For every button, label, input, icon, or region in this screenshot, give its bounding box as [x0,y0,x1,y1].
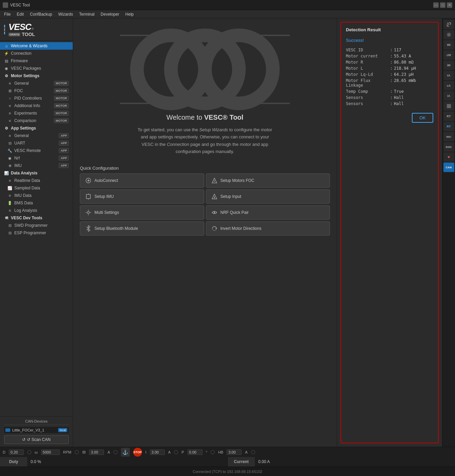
right-icon-heart[interactable]: ♥ [443,152,454,162]
bms-data-icon: 🔋 [7,201,12,205]
invert-motor-button[interactable]: Invert Motor Directions [206,221,330,236]
sidebar-item-esp[interactable]: ⊟ ESP Programmer [0,229,73,237]
sidebar-item-general-motor[interactable]: ≡ General MOTOR [0,80,73,87]
setup-motors-foc-button[interactable]: Setup Motors FOC [206,173,330,188]
duty-status: Duty 0.0 % [0,457,228,466]
d-input[interactable] [9,449,24,455]
sidebar-item-realtime-data[interactable]: ≡ Realtime Data [0,177,73,184]
setup-imu-label: Setup IMU [94,194,114,199]
sidebar-item-connection[interactable]: ⚡ Connection [0,50,73,57]
i-circle[interactable] [174,450,178,454]
autoconnect-button[interactable]: AutoConnect [80,173,204,188]
right-icon-rt2[interactable]: RT [443,122,454,131]
right-icon-iM[interactable]: iM [443,61,454,70]
detection-key-sensors2: Sensors [346,101,390,106]
detection-row-sensors: Sensors : Hall [346,95,433,100]
right-icon-cA[interactable]: cA [443,81,454,90]
sidebar-header-data-analysis[interactable]: 📊 Data Analysis [0,169,73,177]
right-icon-tM[interactable]: tM [443,40,454,50]
right-icon-connect[interactable] [443,20,454,29]
detection-val-motor-lqld: 64.23 μH [394,72,414,77]
sidebar-item-nrf[interactable]: ◉ Nrf APP [0,154,73,162]
rpm-input[interactable] [41,449,60,455]
hb-input[interactable] [227,449,242,455]
sidebar-item-pid[interactable]: ○ PID Controllers MOTOR [0,95,73,102]
sidebar-item-experiments[interactable]: ≡ Experiments MOTOR [0,109,73,117]
imu-badge: APP [59,163,69,168]
rpm-circle[interactable] [75,450,79,454]
current-value: 0.00 A [255,457,455,466]
p-input[interactable] [188,449,203,455]
right-icon-rt[interactable]: RT [443,112,454,121]
sidebar-item-vesc-remote[interactable]: 🔧 VESC Remote APP [0,147,73,154]
minimize-button[interactable]: — [433,2,439,8]
right-icon-iA[interactable]: iA [443,91,454,101]
sidebar-item-additional-info[interactable]: ≡ Additional Info MOTOR [0,102,73,109]
sidebar-label-realtime: Realtime Data [14,178,40,183]
sidebar-item-bms-data[interactable]: 🔋 BMS Data [0,199,73,207]
logo-vesc: VESC [8,22,31,32]
sidebar-item-welcome-wizards[interactable]: ⌂ Welcome & Wizards [0,42,73,50]
right-icon-settings[interactable] [443,30,454,39]
welcome-text-area: Welcome to VESC® Tool To get started, yo… [117,18,293,162]
setup-imu-button[interactable]: Setup IMU [80,189,204,204]
logo-gratis: GRATIS [8,33,20,36]
ok-button[interactable]: OK [412,113,433,123]
invert-motor-label: Invert Motor Directions [221,226,262,231]
can-device-name: Little_FOCer_V3_1 [12,428,56,432]
right-label-rt2: RT [447,125,451,128]
sidebar-item-general-app[interactable]: ≡ General APP [0,132,73,139]
setup-input-button[interactable]: Setup Input [206,189,330,204]
sidebar-header-motor-settings[interactable]: ⚙ Motor Settings [0,72,73,80]
sidebar-item-log-analysis[interactable]: ≡ Log Analysis [0,207,73,214]
sidebar-header-app-settings[interactable]: ⚙ App Settings [0,124,73,132]
right-icon-grid[interactable] [443,101,454,111]
sidebar-item-uart[interactable]: ⊟ UART APP [0,139,73,147]
sidebar-item-comparison[interactable]: ≡ Comparison MOTOR [0,117,73,124]
maximize-button[interactable]: □ [440,2,445,8]
menu-confbackup[interactable]: ConfBackup [27,11,55,17]
menu-edit[interactable]: Edit [14,11,27,17]
i-input[interactable] [150,449,165,455]
sidebar-item-imu[interactable]: ⊕ IMU APP [0,162,73,169]
menu-help[interactable]: Help [123,11,137,17]
sidebar-item-foc[interactable]: ⊞ FOC MOTOR [0,87,73,95]
ib-input[interactable] [89,449,104,455]
right-icon-cM[interactable]: cM [443,50,454,60]
detection-key-vesc-id: VESC ID [346,48,390,52]
svg-rect-22 [449,106,451,108]
menu-terminal[interactable]: Terminal [76,11,97,17]
menu-wizards[interactable]: Wizards [55,11,75,17]
sidebar-item-firmware[interactable]: ▤ Firmware [0,57,73,65]
scan-can-button[interactable]: ↺ ↺ Scan CAN [4,435,69,444]
detection-ok-row: OK [346,113,433,123]
right-icon-imu[interactable]: IMU [443,132,454,141]
nrf-quick-pair-button[interactable]: NRF Quick Pair [206,205,330,220]
right-icon-bms[interactable]: BMS [443,142,454,152]
close-button[interactable]: ✕ [447,2,452,8]
p-circle[interactable] [211,450,215,454]
quick-config-section: Quick Configuration AutoConnect Setup Mo… [73,162,337,239]
imu-sidebar-icon: ⊕ [7,163,12,168]
sidebar-item-imu-data[interactable]: ≡ IMU Data [0,192,73,199]
ib-circle[interactable] [113,450,118,454]
sidebar-item-vesc-packages[interactable]: ◉ VESC Packages [0,65,73,72]
hb-circle[interactable] [251,450,255,454]
sidebar-header-dev-tools[interactable]: 🛠 VESC Dev Tools [0,214,73,222]
logo-registered: ® [32,27,34,31]
scan-can-icon: ↺ [22,437,25,442]
sidebar-item-sampled-data[interactable]: 📈 Sampled Data [0,184,73,192]
sidebar-label-general-app: General [14,133,29,138]
setup-bluetooth-button[interactable]: Setup Bluetooth Module [80,221,204,236]
right-icon-can[interactable]: CAN [443,163,454,172]
stop-button[interactable]: STOP [133,448,142,457]
sidebar-item-swd[interactable]: ⊟ SWD Programmer [0,222,73,229]
right-icon-tA[interactable]: tA [443,71,454,80]
d-circle[interactable] [27,450,31,454]
right-label-imu: IMU [446,135,451,138]
can-device-item[interactable]: Little_FOCer_V3_1 local [4,427,69,433]
menu-file[interactable]: File [1,11,13,17]
anchor-icon[interactable]: ⚓ [121,448,130,457]
menu-developer[interactable]: Developer [98,11,122,17]
multi-settings-button[interactable]: Multi Settings [80,205,204,220]
